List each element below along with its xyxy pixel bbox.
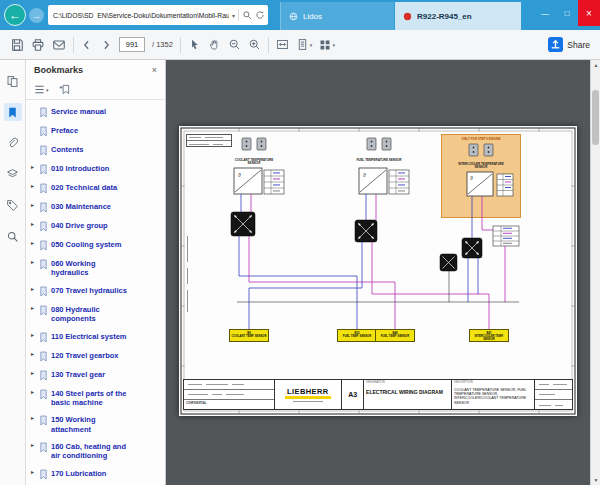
scroll-up-arrow[interactable]: ▲ [591,60,600,70]
bookmark-item[interactable]: ▸050 Cooling system [26,236,165,255]
chevron-right-icon[interactable]: ▸ [31,469,39,477]
bookmark-icon [39,164,48,175]
scrollbar-thumb[interactable] [592,90,599,145]
chevron-right-icon[interactable]: ▸ [31,305,39,313]
bookmark-item[interactable]: ▸110 Electrical system [26,328,165,347]
close-window-button[interactable]: × [578,0,600,26]
bookmark-item[interactable]: ▸070 Travel hydraulics [26,282,165,301]
back-button[interactable]: ← [4,4,26,26]
vertical-scrollbar[interactable]: ▲ ▼ [590,60,600,485]
bookmark-item[interactable]: ▸Contents [26,141,165,160]
share-button[interactable]: Share [548,37,590,52]
hand-tool-button[interactable] [208,38,221,51]
search-pane-button[interactable] [4,227,22,245]
component-label: B47INTERCOOLER TEMP. SENSOR [469,329,509,342]
designation-text: ELECTRICAL WIRING DIAGRAM [366,389,449,395]
previous-page-button[interactable] [81,39,93,51]
bookmark-label: 170 Lubrication [51,469,106,478]
page-thumbnails-button[interactable] [4,72,22,90]
toolbar-separator [268,37,269,53]
chevron-right-icon[interactable]: ▸ [31,183,39,191]
refresh-icon[interactable] [255,10,265,20]
bookmark-label: 020 Technical data [51,183,117,192]
bookmark-label: 040 Drive group [51,221,108,230]
fit-width-button[interactable] [276,38,289,51]
liebherr-logo: LIEBHERR [287,388,329,396]
bookmark-item[interactable]: ▸030 Maintenance [26,198,165,217]
chevron-right-icon[interactable]: ▸ [31,442,39,450]
bookmarks-panel-header: Bookmarks × [26,60,165,80]
chevron-right-icon[interactable]: ▸ [31,351,39,359]
title-block-fields [534,380,572,409]
title-block-revisions: CONFIDENTIAL [184,380,274,409]
bookmark-item[interactable]: ▸040 Drive group [26,217,165,236]
bookmark-item[interactable]: ▸080 Hydraulic components [26,301,165,328]
chevron-right-icon[interactable]: ▸ [31,240,39,248]
tags-button[interactable] [4,196,22,214]
bookmark-item[interactable]: ▸160 Cab, heating and air conditioning [26,438,165,465]
search-icon[interactable] [242,10,252,20]
bookmarks-pane-button[interactable] [4,103,22,121]
bookmark-icon [39,183,48,194]
chevron-right-icon[interactable]: ▸ [31,259,39,267]
bookmark-label: 150 Working attachment [51,415,135,434]
chevron-right-icon[interactable]: ▸ [31,332,39,340]
zoom-in-button[interactable] [248,38,261,51]
tab-label: R922-R945_en [417,12,472,21]
bookmark-item[interactable]: ▸020 Technical data [26,179,165,198]
connector-plug-icon [367,138,391,150]
pin-table [389,170,409,194]
chevron-right-icon[interactable]: ▸ [31,286,39,294]
attachments-button[interactable] [4,134,22,152]
chevron-right-icon[interactable]: ▸ [31,415,39,423]
layers-button[interactable] [4,165,22,183]
page-view-button[interactable]: ▾ [296,38,313,51]
chevron-right-icon[interactable]: ▸ [31,389,39,397]
bookmark-item[interactable]: ▸170 Lubrication [26,465,165,484]
tools-grid-button[interactable]: ▾ [319,39,335,51]
chevron-right-icon[interactable]: ▸ [31,202,39,210]
chevron-right-icon[interactable]: ▸ [31,370,39,378]
print-button[interactable] [31,38,45,52]
chevron-right-icon[interactable]: ▸ [31,221,39,229]
bookmark-icon [39,202,48,213]
paperclip-icon [6,137,19,150]
pdf-page: ϑ ϑ ϑ [179,126,577,416]
svg-text:ϑ: ϑ [470,175,473,181]
tab-lidos[interactable]: Lidos [280,2,394,30]
save-button[interactable] [10,38,24,52]
bookmark-options-button[interactable]: ▾ [34,84,49,95]
close-panel-icon[interactable]: × [152,65,157,75]
forward-button[interactable]: → [29,8,44,23]
select-tool-button[interactable] [188,38,201,51]
pdf-toolbar: / 1352 ▾ ▾ Share [0,30,600,60]
bookmark-item[interactable]: ▸Preface [26,122,165,141]
bookmark-item[interactable]: ▸120 Travel gearbox [26,347,165,366]
bookmark-item[interactable]: ▸130 Travel gear [26,366,165,385]
logo-yellow-bar [285,396,331,399]
scroll-down-arrow[interactable]: ▼ [591,475,600,485]
bookmark-label: 080 Hydraulic components [51,305,135,324]
add-bookmark-button[interactable] [59,84,70,95]
address-bar[interactable]: C:\LIDOS\SD_EN\Service-Doku\Dokumentatio… [48,5,268,25]
bookmark-icon [39,221,48,232]
bookmark-item[interactable]: ▸150 Working attachment [26,411,165,438]
bookmark-item[interactable]: ▸Service manual [26,103,165,122]
bookmark-item[interactable]: ▸060 Working hydraulics [26,255,165,282]
zoom-out-button[interactable] [228,38,241,51]
maximize-button[interactable]: □ [556,0,578,26]
minimize-button[interactable]: — [534,0,556,26]
svg-text:ϑ: ϑ [238,172,241,178]
black-connector-icon [355,220,377,242]
next-page-button[interactable] [100,39,112,51]
black-connector-icon [462,238,482,258]
tab-r922-r945[interactable]: R922-R945_en [395,2,521,30]
sensor-label-intercooler: INTERCOOLER TEMPERATURE SENSOR [456,162,506,169]
address-dropdown-caret-icon[interactable]: ▾ [232,12,235,19]
email-button[interactable] [52,38,66,52]
bookmark-item[interactable]: ▸140 Steel parts of the basic machine [26,385,165,412]
page-number-input[interactable] [119,37,145,52]
chevron-right-icon[interactable]: ▸ [31,164,39,172]
tag-icon [6,199,19,212]
bookmark-item[interactable]: ▸010 Introduction [26,160,165,179]
